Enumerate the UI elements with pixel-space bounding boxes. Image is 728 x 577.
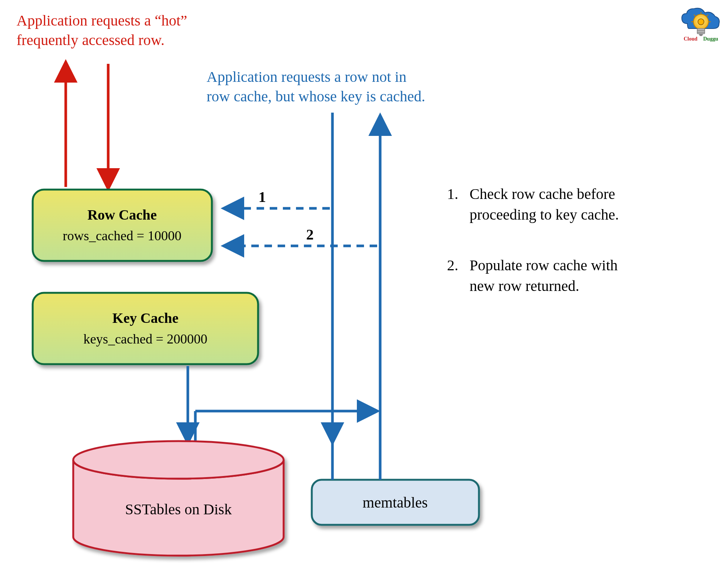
svg-point-1 [698, 19, 704, 25]
memtables-label: memtables [362, 494, 427, 511]
svg-rect-12 [33, 293, 258, 364]
step-1-line2: proceeding to key cache. [470, 206, 619, 223]
key-cached-annotation-line1: Application requests a row not in [207, 68, 406, 85]
svg-point-13 [73, 441, 284, 479]
svg-rect-8 [697, 29, 705, 34]
edge-label-1: 1 [258, 188, 266, 205]
row-cache-title: Row Cache [88, 207, 157, 223]
logo-text-right: Duggu [703, 36, 718, 42]
key-cache-title: Key Cache [112, 310, 178, 326]
sstables-label: SSTables on Disk [125, 501, 232, 518]
key-cached-annotation-line2: row cache, but whose key is cached. [207, 88, 425, 105]
step-2-line1: Populate row cache with [470, 257, 618, 274]
step-2-line2: new row returned. [470, 277, 579, 294]
edge-label-2: 2 [306, 226, 314, 243]
svg-rect-11 [33, 190, 212, 261]
diagram-canvas: Cloud Duggu Application requests a “hot”… [0, 0, 728, 577]
hot-row-annotation-line1: Application requests a “hot” [17, 12, 187, 29]
key-cache-box [33, 293, 258, 364]
row-cache-subtitle: rows_cached = 10000 [63, 228, 181, 243]
step-2-number: 2. [447, 257, 458, 274]
step-1-line1: Check row cache before [470, 185, 615, 202]
key-cache-subtitle: keys_cached = 200000 [83, 331, 207, 347]
logo: Cloud Duggu [682, 8, 719, 42]
hot-row-annotation-line2: frequently accessed row. [17, 32, 165, 48]
logo-text-left: Cloud [684, 36, 698, 42]
row-cache-box [33, 190, 212, 261]
step-1-number: 1. [447, 185, 458, 202]
sstables-cylinder [73, 441, 284, 556]
